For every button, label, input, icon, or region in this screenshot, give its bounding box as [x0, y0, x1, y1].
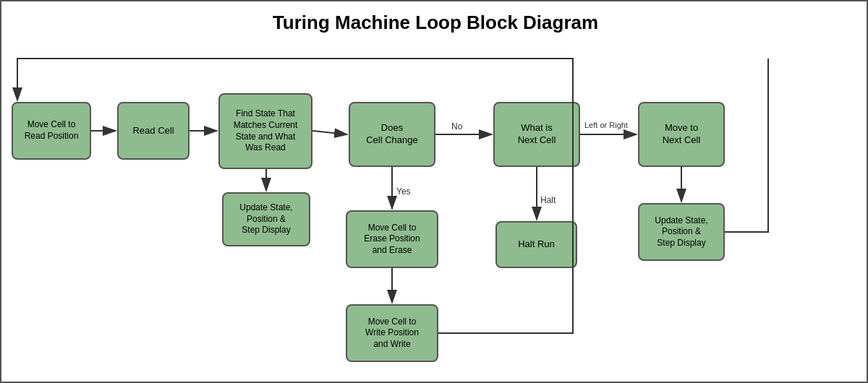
- box-move-erase: Move Cell to Erase Position and Erase: [346, 210, 438, 268]
- svg-text:Yes: Yes: [396, 186, 411, 197]
- flow-area: Move Cell to Read Position Read Cell Fin…: [1, 37, 868, 369]
- svg-text:No: No: [451, 121, 463, 132]
- svg-line-4: [312, 131, 347, 134]
- svg-text:Left or Right: Left or Right: [584, 121, 628, 129]
- diagram-container: Turing Machine Loop Block Diagram Move C…: [1, 1, 868, 383]
- box-update-state-right: Update State, Position & Step Display: [638, 203, 725, 261]
- box-move-to-next: Move to Next Cell: [638, 102, 725, 167]
- box-move-to-read: Move Cell to Read Position: [12, 102, 91, 160]
- diagram-title: Turing Machine Loop Block Diagram: [1, 1, 868, 37]
- box-move-write: Move Cell to Write Position and Write: [346, 304, 438, 362]
- svg-text:Halt: Halt: [540, 195, 556, 205]
- box-what-is-next: What is Next Cell: [493, 102, 580, 167]
- box-update-state-left: Update State, Position & Step Display: [222, 192, 310, 246]
- box-read-cell: Read Cell: [117, 102, 190, 160]
- box-does-cell-change: Does Cell Change: [349, 102, 435, 167]
- box-halt-run: Halt Run: [495, 221, 577, 268]
- box-find-state: Find State That Matches Current State an…: [218, 93, 312, 169]
